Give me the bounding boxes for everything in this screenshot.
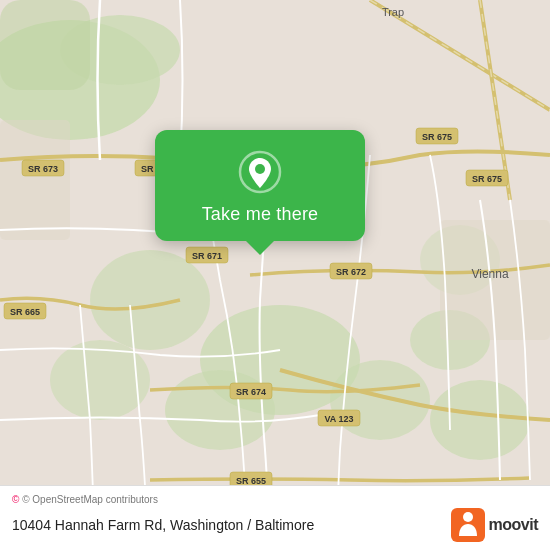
location-pin-icon [238, 150, 282, 194]
svg-point-10 [90, 250, 210, 350]
svg-point-6 [330, 360, 430, 440]
svg-text:SR 675: SR 675 [422, 132, 452, 142]
svg-text:SR 672: SR 672 [336, 267, 366, 277]
svg-rect-12 [0, 120, 70, 240]
svg-text:SR 673: SR 673 [28, 164, 58, 174]
attribution: © © OpenStreetMap contributors [12, 494, 538, 505]
moovit-text: moovit [489, 516, 538, 534]
map-svg: SR 673 SR 671 SR 671 SR 672 SR 675 SR 67… [0, 0, 550, 550]
svg-text:VA 123: VA 123 [324, 414, 353, 424]
moovit-logo: moovit [451, 508, 538, 542]
svg-text:SR 671: SR 671 [192, 251, 222, 261]
svg-text:Vienna: Vienna [471, 267, 508, 281]
svg-point-41 [255, 164, 265, 174]
attribution-copy: © [12, 494, 19, 505]
svg-rect-3 [0, 0, 90, 90]
svg-text:SR 674: SR 674 [236, 387, 266, 397]
take-me-there-button[interactable]: Take me there [202, 204, 319, 225]
svg-point-9 [430, 380, 530, 460]
svg-point-5 [165, 370, 275, 450]
location-icon-wrapper [236, 148, 284, 196]
svg-text:SR 665: SR 665 [10, 307, 40, 317]
attribution-text: © OpenStreetMap contributors [22, 494, 158, 505]
moovit-person-icon [451, 508, 485, 542]
svg-point-43 [463, 512, 473, 522]
svg-text:SR 675: SR 675 [472, 174, 502, 184]
popup-card: Take me there [155, 130, 365, 241]
map-container: SR 673 SR 671 SR 671 SR 672 SR 675 SR 67… [0, 0, 550, 550]
svg-text:Trap: Trap [382, 6, 404, 18]
bottom-bar: © © OpenStreetMap contributors 10404 Han… [0, 485, 550, 550]
address-line: 10404 Hannah Farm Rd, Washington / Balti… [12, 517, 314, 533]
